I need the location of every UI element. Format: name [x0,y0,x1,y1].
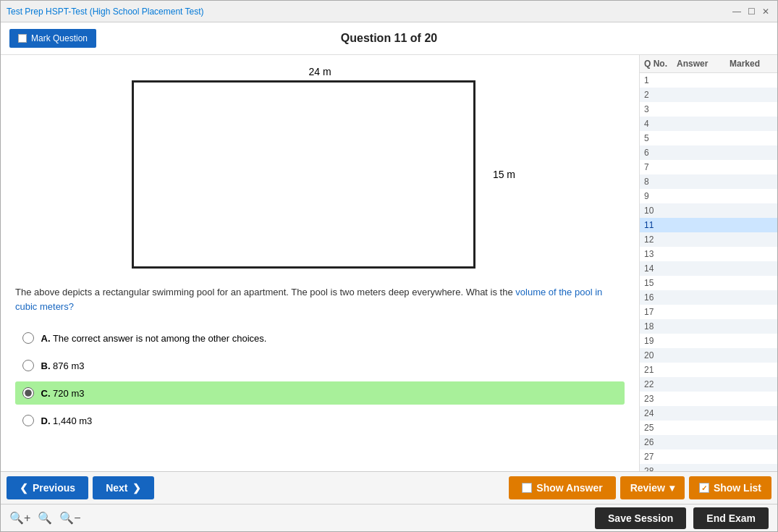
zoom-in-button[interactable]: 🔍+ [9,511,30,525]
question-list-row[interactable]: 16 [640,290,777,305]
label-D: D. 1,440 m3 [41,415,618,426]
q-number: 23 [644,394,677,404]
q-number: 2 [644,90,677,100]
q-number: 5 [644,133,677,143]
q-number: 1 [644,75,677,85]
question-list-row[interactable]: 22 [640,377,777,392]
next-label: Next [106,482,127,494]
save-session-button[interactable]: Save Session [595,507,686,529]
titlebar: Test Prep HSPT-Test (High School Placeme… [1,1,777,22]
question-list-row[interactable]: 6 [640,145,777,160]
q-number: 13 [644,249,677,259]
mark-question-button[interactable]: Mark Question [9,29,96,48]
q-number: 24 [644,408,677,418]
previous-button[interactable]: ❮ Previous [7,476,88,499]
question-list-row[interactable]: 27 [640,449,777,464]
col-qno: Q No. [644,59,677,69]
q-number: 14 [644,263,677,274]
label-A: A. The correct answer is not among the o… [41,333,618,344]
end-exam-label: End Exam [706,512,756,524]
answer-choices: A. The correct answer is not among the o… [15,326,625,432]
q-number: 20 [644,350,677,360]
radio-A[interactable] [22,332,34,344]
question-list-row[interactable]: 2 [640,88,777,102]
label-C: C. 720 m3 [41,388,618,399]
question-list-row[interactable]: 3 [640,102,777,117]
header: Mark Question Question 11 of 20 [1,22,777,55]
show-list-button[interactable]: ✓ Show List [689,476,771,499]
question-area: 24 m 15 m The above depicts a rectangula… [1,55,640,471]
question-list-row[interactable]: 11 [640,218,777,232]
question-list-row[interactable]: 24 [640,406,777,421]
review-button[interactable]: Review ▾ [620,476,685,499]
question-list-row[interactable]: 25 [640,421,777,435]
radio-C[interactable] [22,387,34,399]
show-answer-label: Show Answer [536,482,602,494]
q-number: 8 [644,177,677,187]
zoom-reset-button[interactable]: 🔍 [38,511,52,525]
question-list-row[interactable]: 26 [640,435,777,449]
question-list-row[interactable]: 17 [640,305,777,319]
show-answer-icon [522,483,532,493]
title-text: Test Prep HSPT-Test ( [7,7,93,17]
q-number: 25 [644,423,677,433]
maximize-button[interactable]: ☐ [745,6,757,17]
diagram-container: 24 m 15 m [132,66,508,271]
right-panel: Q No. Answer Marked 12345678910111213141… [640,55,777,471]
question-list-row[interactable]: 14 [640,261,777,276]
q-number: 7 [644,162,677,172]
q-number: 15 [644,278,677,288]
question-list-row[interactable]: 15 [640,276,777,290]
q-number: 9 [644,191,677,201]
q-number: 28 [644,466,677,471]
question-text: The above depicts a rectangular swimming… [15,285,625,313]
question-list-row[interactable]: 19 [640,334,777,348]
choice-B[interactable]: B. 876 m3 [15,354,625,377]
main-area: 24 m 15 m The above depicts a rectangula… [1,55,777,471]
question-list-row[interactable]: 10 [640,203,777,218]
question-list-row[interactable]: 23 [640,392,777,406]
status-bar: 🔍+ 🔍 🔍− Save Session End Exam [1,504,777,531]
show-list-label: Show List [714,482,761,494]
mark-question-label: Mark Question [31,33,88,43]
choice-C[interactable]: C. 720 m3 [15,381,625,405]
q-number: 17 [644,307,677,317]
q-number: 3 [644,104,677,114]
close-button[interactable]: ✕ [760,6,771,17]
radio-D[interactable] [22,415,34,426]
zoom-out-button[interactable]: 🔍− [59,511,80,525]
next-button[interactable]: Next ❯ [93,476,153,499]
highlighted-text: volume of the pool in cubic meters? [15,287,602,312]
show-answer-button[interactable]: Show Answer [509,476,615,499]
question-list-row[interactable]: 8 [640,174,777,189]
choice-D[interactable]: D. 1,440 m3 [15,409,625,432]
question-list-row[interactable]: 4 [640,117,777,131]
question-list-row[interactable]: 7 [640,160,777,174]
question-list-row[interactable]: 28 [640,464,777,471]
q-number: 10 [644,206,677,216]
chevron-left-icon: ❮ [20,482,28,494]
q-number: 21 [644,365,677,375]
question-list-row[interactable]: 18 [640,319,777,334]
choice-A[interactable]: A. The correct answer is not among the o… [15,326,625,350]
question-list-row[interactable]: 1 [640,73,777,88]
q-number: 19 [644,336,677,346]
bottom-toolbar: ❮ Previous Next ❯ Show Answer Review ▾ ✓… [1,471,777,504]
q-number: 16 [644,292,677,303]
end-exam-button[interactable]: End Exam [693,507,769,529]
q-number: 26 [644,437,677,447]
question-list-row[interactable]: 13 [640,247,777,261]
panel-header: Q No. Answer Marked [640,55,777,73]
question-list-row[interactable]: 20 [640,348,777,363]
question-list-row[interactable]: 21 [640,363,777,377]
question-list[interactable]: 1234567891011121314151617181920212223242… [640,73,777,471]
question-list-row[interactable]: 5 [640,131,777,145]
review-label: Review [630,482,665,494]
q-number: 6 [644,148,677,158]
minimize-button[interactable]: — [731,6,743,17]
question-list-row[interactable]: 12 [640,232,777,247]
q-number: 18 [644,321,677,332]
save-session-label: Save Session [608,512,673,524]
radio-B[interactable] [22,360,34,371]
question-list-row[interactable]: 9 [640,189,777,203]
